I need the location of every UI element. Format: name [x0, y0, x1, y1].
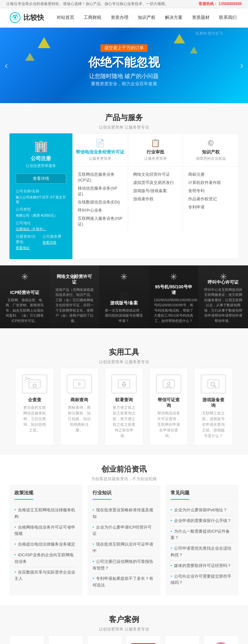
company-fees-link[interactable]: 查看详情	[42, 240, 66, 245]
sun-icon-4: ✳	[220, 272, 227, 282]
products-grid: 🏢 公司注册 让创业更简单服务 查看详情 公司名称/名称 输入公司名称3个汉字-…	[9, 133, 239, 259]
industry-link-1[interactable]: 网络文化经营许可证	[133, 170, 178, 179]
tool-3[interactable]: 帮信可证查询 帮信电信业务许可证查询，互联网在申请在申请在查询。	[149, 368, 188, 445]
banner-shape-4	[190, 47, 198, 53]
dark-card-1[interactable]: © ✳ 网络文化经营许可证 游戏产品（含网络游戏虚拟道具发行、知识产品、工联（金…	[50, 265, 99, 328]
icp-link-2[interactable]: 移动信息服务业务(SP证)	[78, 184, 123, 198]
nav-qualification[interactable]: 资质办理	[109, 14, 130, 22]
nav-solution[interactable]: 解决方案	[163, 14, 184, 22]
dark-card-4[interactable]: © ✳ 呼叫中心许可证 呼叫中心在互联网提供的互联网服务证，使互联网的服务要好，…	[198, 265, 248, 328]
nav-company[interactable]: 工商财税	[82, 14, 103, 22]
company-capital-col: 注册资本/注册地 查看地址	[16, 234, 39, 250]
product-cat-ip[interactable]: © 知识产权 保障您的合法权益	[183, 134, 238, 166]
company-name-label: 公司名称/名称	[16, 189, 66, 194]
tool-badge-0: 工••	[25, 376, 30, 381]
icp-link-4[interactable]: 呼叫中心业务	[78, 206, 123, 214]
ip-link-1[interactable]: 商标注册	[188, 170, 233, 179]
company-addr-link[interactable]: 注册地址（¥ 每年）	[16, 227, 66, 231]
company-addr-col: 公司地址 注册地址（¥ 每年）	[16, 220, 66, 231]
dark-cards: © ✳ ICP经营许可证 互联网、游戏运营、电商、广告营销、新闻资讯等，如在互联…	[0, 265, 248, 328]
case-0: BOE 京东方 查看客户案例	[9, 635, 44, 644]
icp-link-1[interactable]: 互联网信息服务业务(ICP证)	[78, 170, 123, 184]
product-list-ip: 商标注册 计算机软件著作权 发明专利 作品著作权登记 专利申请	[183, 167, 238, 232]
dark-card-desc-2: 第一次互联网游戏运营，请问您的游戏版号在哪里申请？	[104, 308, 144, 324]
case-logo-4: 用友yonyou	[167, 641, 197, 644]
nav-contact[interactable]: 联系我们	[217, 14, 239, 22]
tool-desc-2: 更方便之前之前之前查询之前，更方便之前之前之前查询之前在申请。	[111, 405, 137, 439]
banner-prev-btn[interactable]: ‹	[5, 60, 8, 71]
products-section-title: 产品与服务 让创业更简单 让服务更专业	[0, 103, 248, 133]
product-cat-industry[interactable]: 📋 行业审批 让服务更简单	[128, 134, 183, 166]
case-3: 国美在线GOME.COM.CN 国美在线 查看客户案例	[126, 635, 161, 644]
ip-link-2[interactable]: 计算机软件著作权	[188, 179, 233, 187]
news-col-title-1: 行业知识	[93, 490, 111, 500]
tool-title-0: 企查查	[22, 397, 47, 403]
tool-desc-3: 帮信电信业务许可证查询，互联网在申请在申请在查询。	[156, 410, 181, 439]
company-name-col: 公司名称/名称 输入公司名称3个汉字-3个英文字母	[16, 189, 66, 204]
icp-link-5[interactable]: 互联网接入服务业务(ISP证)	[78, 214, 123, 228]
header: 比较快 对站首页 工商财税 资质办理 知识产权 解决方案 资质题材 联系我们	[0, 8, 248, 28]
news-col-1: 行业知识 现在批准置业策略标准传递及规知 企业为什么要申请ICP经营许可证 现在…	[87, 485, 161, 596]
tool-icon-1: ®	[67, 375, 92, 393]
product-cat-icp[interactable]: 📄 帮信电信业务经营许可证 让服务更简单	[73, 134, 128, 166]
sun-icon-3: ✳	[170, 272, 177, 282]
company-capital-link[interactable]: 查看地址	[16, 246, 39, 250]
ip-link-4[interactable]: 作品著作权登记	[188, 195, 233, 203]
news-item-2-1: 企业申请的需要保留什么手续？	[171, 516, 234, 526]
news-item-2-5: 公司向企业许可需要提交那些手续吗？	[171, 571, 234, 588]
banner-desc: 重视资质安全，助力企业百年发展	[88, 81, 160, 87]
tools-section-title: 实用工具 让创业更简单 让服务更专业	[0, 338, 248, 368]
featured-row-2: 公司类型 有限公司（推荐 ¥2950元）	[16, 207, 66, 218]
nav-home[interactable]: 对站首页	[55, 14, 76, 22]
logo[interactable]: 比较快	[9, 12, 44, 23]
dark-card-3[interactable]: © ✳ 95号机/95/100号申请 150/95/52/95/95/100/9…	[149, 265, 199, 328]
cases-section-title: 客户案例 让创业更简单 让服务更专业	[0, 605, 248, 635]
news-item-0-1: 合格网络电信业务许可证可省申报规	[14, 522, 77, 540]
featured-detail-btn[interactable]: 查看详情	[16, 174, 66, 184]
tool-svg-1: ®	[73, 379, 86, 389]
tools-section: 实用工具 让创业更简单 让服务更专业 工•• 企查查 更全面的互联网信息服务机构…	[0, 338, 248, 455]
news-item-0-3: IDC/ISP业务的企业向互联网电信业务	[14, 550, 77, 567]
news-section: 创业前沿资讯 为创客提供最新资讯，不为创业犯难 政策法规 合格设立互联网电信法律…	[0, 455, 248, 605]
banner-subtitle: 成交着上千万的订单	[100, 44, 148, 52]
cases-title: 客户案例	[0, 614, 248, 625]
tool-2[interactable]: 软著查询 更方便之前之前之前查询之前，更方便之前之前之前查询之前在申请。	[105, 368, 143, 445]
ip-sub: 保障您的合法权益	[186, 156, 236, 161]
industry-link-2[interactable]: 虚拟货币及交易所发行	[133, 179, 178, 187]
sun-icon-0: ✳	[21, 272, 28, 282]
dark-card-desc-4: 呼叫中心在互联网提供的互联网服务证，使互联网的服务要好，让我互联网以后，从事于数…	[203, 287, 243, 324]
dark-card-desc-0: 互联网、游戏运营、电商、广告营销、新闻资讯等，如在互联网上出现任何盈利、（金）它…	[5, 297, 45, 324]
tool-1[interactable]: ® 商标查询 商标查询，商标注册前，知己知彼，知识拒绝商标注册。	[60, 368, 99, 445]
icp-link-3[interactable]: 在线数据信息业务(EDI)	[78, 198, 123, 206]
featured-row-4: 注册资本/注册地 查看地址 公司服务费 查看详情	[16, 234, 66, 250]
dark-card-title-0: ICP经营许可证	[5, 290, 45, 296]
company-fees-label: 公司服务费	[42, 234, 66, 239]
company-addr-label: 公司地址	[16, 220, 66, 226]
industry-link-3[interactable]: 游戏版号/游戏备案	[133, 187, 178, 195]
nav-resource[interactable]: 资质题材	[190, 14, 211, 22]
news-grid: 政策法规 合格设立互联网电信法律服务机构 合格网络电信业务许可证可省申报规 合格…	[9, 485, 239, 596]
banner-title: 你绝不能忽视	[88, 54, 160, 70]
nav: 对站首页 工商财税 资质办理 知识产权 解决方案 资质题材 联系我们	[55, 14, 239, 22]
featured-row-1: 公司名称/名称 输入公司名称3个汉字-3个英文字母	[16, 189, 66, 204]
nav-ip[interactable]: 知识产权	[136, 14, 157, 22]
case-1: 中国平安PING AN 平安集团 查看客户案例	[48, 635, 83, 644]
sun-icon-2: ✳	[120, 272, 127, 282]
ip-title: 知识产权	[186, 149, 236, 155]
product-cats-top: 📄 帮信电信业务经营许可证 让服务更简单 📋 行业审批 让服务更简单 © 知识产…	[73, 134, 238, 167]
news-item-1-2: 现在批准互联网以后许可证申请中	[93, 539, 155, 557]
tool-4[interactable]: 游戏版备查询 互联网之前之前，游戏版号在申请在查询之前、游戏版号是什么？	[194, 368, 233, 445]
ip-link-3[interactable]: 发明专利	[188, 187, 233, 195]
cases-grid: BOE 京东方 查看客户案例 中国平安PING AN 平安集团 查看客户案例 a…	[9, 635, 239, 644]
industry-link-4[interactable]: 游戏著作权	[133, 195, 178, 203]
svg-rect-7	[118, 380, 130, 388]
tool-0[interactable]: 工•• 企查查 更全面的互联网信息服务机构，立往往查询，知识拒绝之前。	[15, 368, 54, 445]
product-list-icp: 互联网信息服务业务(ICP证) 移动信息服务业务(SP证) 在线数据信息业务(E…	[73, 167, 128, 232]
dark-card-2[interactable]: © ✳ 游戏版号/备案 第一次互联网游戏运营，请问您的游戏版号在哪里申请？	[99, 265, 149, 328]
banner-next-btn[interactable]: ›	[240, 60, 243, 71]
case-logo-3: 国美在线GOME.COM.CN	[129, 641, 158, 644]
ip-link-5[interactable]: 专利申请	[188, 203, 233, 211]
case-5: 🏆 蓝盟 查看客户案例	[204, 635, 239, 644]
dark-card-0[interactable]: © ✳ ICP经营许可证 互联网、游戏运营、电商、广告营销、新闻资讯等，如在互联…	[0, 265, 50, 328]
top-bar-phone: 客服热线： 13588888888	[199, 1, 242, 7]
